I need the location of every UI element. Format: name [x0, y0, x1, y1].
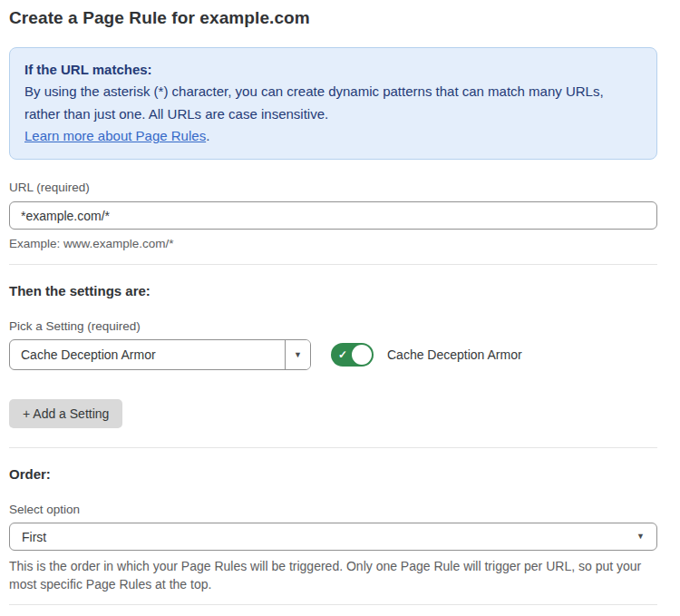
url-field-label: URL (required): [9, 181, 657, 194]
setting-select-arrow-button[interactable]: ▼: [285, 340, 310, 369]
divider: [9, 264, 657, 265]
page-rule-form: Create a Page Rule for example.com If th…: [9, 0, 657, 616]
order-select[interactable]: First ▼: [9, 523, 657, 551]
url-matches-info-box: If the URL matches: By using the asteris…: [9, 47, 657, 160]
learn-more-link[interactable]: Learn more about Page Rules: [24, 128, 206, 143]
toggle-knob: [352, 345, 372, 365]
info-box-body: By using the asterisk (*) character, you…: [24, 81, 642, 125]
add-setting-button[interactable]: + Add a Setting: [9, 399, 122, 428]
url-example-helper: Example: www.example.com/*: [9, 237, 657, 250]
setting-select[interactable]: Cache Deception Armor ▼: [9, 339, 311, 370]
chevron-down-icon: ▼: [636, 533, 645, 541]
order-section-heading: Order:: [9, 466, 657, 482]
settings-section-heading: Then the settings are:: [9, 283, 657, 298]
info-box-heading: If the URL matches:: [24, 59, 642, 81]
divider: [9, 604, 657, 605]
check-icon: ✓: [338, 348, 347, 361]
divider: [9, 447, 657, 448]
setting-select-value: Cache Deception Armor: [10, 340, 285, 369]
order-helper-text: This is the order in which your Page Rul…: [9, 558, 657, 593]
pick-setting-label: Pick a Setting (required): [9, 319, 657, 333]
page-title: Create a Page Rule for example.com: [9, 8, 657, 28]
cache-deception-armor-toggle[interactable]: ✓: [331, 343, 374, 367]
order-select-label: Select option: [9, 503, 657, 516]
order-select-value: First: [22, 530, 636, 544]
link-suffix: .: [206, 128, 209, 143]
url-input[interactable]: [9, 201, 657, 230]
chevron-down-icon: ▼: [294, 351, 302, 359]
info-box-link-line: Learn more about Page Rules.: [24, 125, 642, 147]
setting-row: Cache Deception Armor ▼ ✓ Cache Deceptio…: [9, 339, 657, 370]
toggle-label: Cache Deception Armor: [387, 347, 522, 362]
